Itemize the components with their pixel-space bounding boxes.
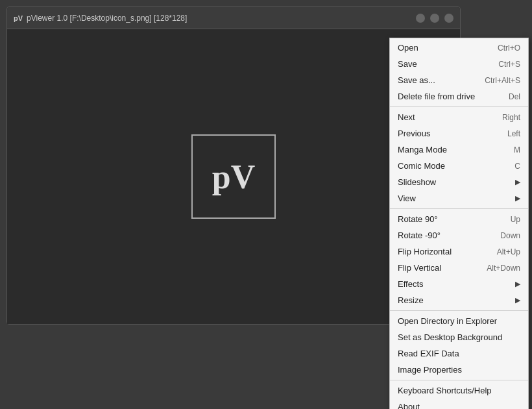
menu-shortcut-rotate-90: Up xyxy=(511,215,520,224)
submenu-arrow-resize: ▶ xyxy=(515,296,520,304)
maximize-button[interactable] xyxy=(430,14,439,23)
menu-item-slideshow[interactable]: Slideshow▶ xyxy=(390,174,528,190)
menu-item-flip-vertical[interactable]: Flip VerticalAlt+Down xyxy=(390,260,528,276)
menu-separator xyxy=(390,310,528,311)
menu-shortcut-save-as: Ctrl+Alt+S xyxy=(485,76,520,85)
app-icon: pV xyxy=(14,14,23,22)
submenu-arrow-view: ▶ xyxy=(515,194,520,203)
menu-label-set-desktop-bg: Set as Desktop Background xyxy=(398,332,520,342)
menu-item-open[interactable]: OpenCtrl+O xyxy=(390,40,528,56)
menu-label-image-properties: Image Properties xyxy=(398,365,520,375)
menu-item-previous[interactable]: PreviousLeft xyxy=(390,125,528,142)
menu-item-rotate-90[interactable]: Rotate 90°Up xyxy=(390,211,528,227)
close-button[interactable] xyxy=(444,14,453,23)
menu-label-rotate-minus90: Rotate -90° xyxy=(398,230,490,240)
menu-label-manga-mode: Manga Mode xyxy=(398,145,503,155)
menu-shortcut-next: Right xyxy=(502,113,520,122)
submenu-arrow-effects: ▶ xyxy=(515,280,520,288)
menu-item-rotate-minus90[interactable]: Rotate -90°Down xyxy=(390,227,528,243)
context-menu: OpenCtrl+OSaveCtrl+SSave as...Ctrl+Alt+S… xyxy=(389,38,529,409)
menu-shortcut-previous: Left xyxy=(507,129,520,138)
menu-label-rotate-90: Rotate 90° xyxy=(398,214,500,224)
menu-separator xyxy=(390,380,528,380)
menu-item-set-desktop-bg[interactable]: Set as Desktop Background xyxy=(390,329,528,345)
menu-label-previous: Previous xyxy=(398,129,497,138)
menu-label-read-exif: Read EXIF Data xyxy=(398,349,520,358)
menu-item-keyboard-shortcuts[interactable]: Keyboard Shortcuts/Help xyxy=(390,382,528,399)
menu-item-flip-horizontal[interactable]: Flip HorizontalAlt+Up xyxy=(390,243,528,260)
menu-label-flip-vertical: Flip Vertical xyxy=(398,263,476,273)
menu-item-view[interactable]: View▶ xyxy=(390,190,528,206)
menu-separator xyxy=(390,208,528,209)
menu-label-effects: Effects xyxy=(398,279,515,289)
menu-label-slideshow: Slideshow xyxy=(398,177,515,187)
menu-label-resize: Resize xyxy=(398,295,515,305)
window-title: pViewer 1.0 [F:\Desktop\icon_s.png] [128… xyxy=(27,14,416,23)
title-bar: pV pViewer 1.0 [F:\Desktop\icon_s.png] [… xyxy=(7,7,460,29)
menu-item-save-as[interactable]: Save as...Ctrl+Alt+S xyxy=(390,72,528,88)
menu-item-read-exif[interactable]: Read EXIF Data xyxy=(390,345,528,362)
minimize-button[interactable] xyxy=(416,14,425,23)
menu-shortcut-delete-file: Del xyxy=(509,92,520,101)
menu-label-view: View xyxy=(398,193,515,203)
menu-item-about[interactable]: About xyxy=(390,399,528,409)
window-controls xyxy=(416,14,453,23)
menu-label-next: Next xyxy=(398,112,492,122)
menu-item-delete-file[interactable]: Delete file from driveDel xyxy=(390,88,528,105)
menu-item-open-directory[interactable]: Open Directory in Explorer xyxy=(390,313,528,329)
menu-separator xyxy=(390,106,528,107)
menu-label-delete-file: Delete file from drive xyxy=(398,92,498,101)
menu-shortcut-open: Ctrl+O xyxy=(498,43,520,53)
menu-label-flip-horizontal: Flip Horizontal xyxy=(398,247,487,256)
menu-label-save-as: Save as... xyxy=(398,75,474,85)
menu-label-comic-mode: Comic Mode xyxy=(398,161,504,171)
menu-item-resize[interactable]: Resize▶ xyxy=(390,292,528,308)
menu-shortcut-manga-mode: M xyxy=(514,145,520,155)
menu-item-effects[interactable]: Effects▶ xyxy=(390,276,528,292)
menu-shortcut-comic-mode: C xyxy=(514,162,520,171)
logo-text: pV xyxy=(212,158,255,196)
menu-item-image-properties[interactable]: Image Properties xyxy=(390,362,528,378)
logo-box: pV xyxy=(191,134,276,219)
menu-item-manga-mode[interactable]: Manga ModeM xyxy=(390,142,528,158)
menu-item-comic-mode[interactable]: Comic ModeC xyxy=(390,158,528,174)
menu-label-save: Save xyxy=(398,59,488,69)
menu-label-open: Open xyxy=(398,43,487,53)
submenu-arrow-slideshow: ▶ xyxy=(515,178,520,186)
menu-label-open-directory: Open Directory in Explorer xyxy=(398,316,520,326)
menu-shortcut-save: Ctrl+S xyxy=(498,60,520,69)
menu-item-save[interactable]: SaveCtrl+S xyxy=(390,56,528,72)
menu-shortcut-flip-horizontal: Alt+Up xyxy=(497,247,520,256)
menu-shortcut-flip-vertical: Alt+Down xyxy=(487,264,520,273)
menu-label-keyboard-shortcuts: Keyboard Shortcuts/Help xyxy=(398,386,520,395)
menu-item-next[interactable]: NextRight xyxy=(390,109,528,125)
menu-label-about: About xyxy=(398,402,520,409)
menu-shortcut-rotate-minus90: Down xyxy=(500,231,520,240)
